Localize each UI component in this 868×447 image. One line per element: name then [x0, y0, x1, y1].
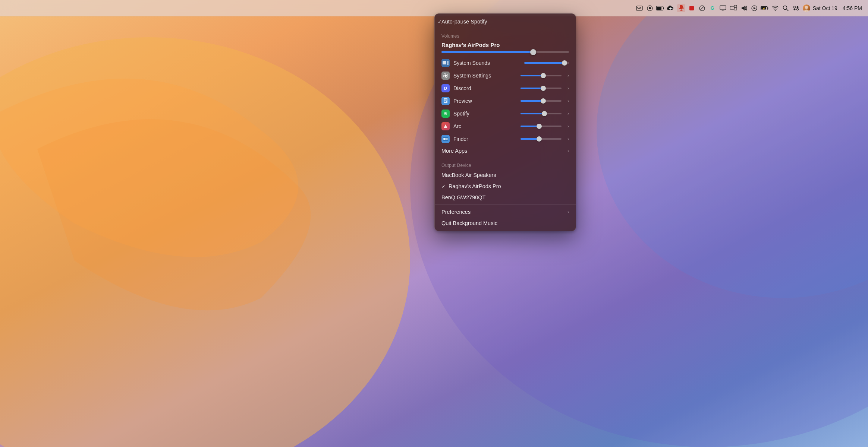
wallpaper: [0, 0, 868, 447]
menubar-date: Sat Oct 19: [813, 5, 837, 11]
svg-point-38: [796, 6, 798, 8]
microphone-icon[interactable]: [677, 4, 685, 12]
display-icon[interactable]: [719, 4, 727, 12]
search-icon[interactable]: [781, 4, 790, 12]
system-settings-label: System Settings: [453, 73, 517, 79]
svg-point-10: [649, 7, 651, 9]
svg-rect-45: [447, 61, 449, 63]
main-volume-slider[interactable]: [441, 51, 569, 53]
svg-rect-32: [767, 7, 768, 9]
app-row-spotify[interactable]: Spotify ›: [435, 107, 576, 120]
svg-line-36: [786, 9, 788, 11]
svg-rect-50: [444, 99, 447, 100]
output-device-section-label: Output Device: [435, 160, 576, 169]
keyboard-icon[interactable]: [635, 4, 644, 12]
svg-rect-51: [444, 101, 447, 101]
app-row-finder[interactable]: Finder ›: [435, 133, 576, 145]
svg-rect-13: [663, 7, 664, 9]
preferences-chevron: ›: [567, 209, 569, 215]
preferences-item[interactable]: Preferences ›: [435, 206, 576, 218]
app-row-preview[interactable]: Preview ›: [435, 95, 576, 107]
preview-thumb[interactable]: [541, 98, 546, 104]
controlcenter-icon[interactable]: [792, 4, 800, 12]
volume-icon[interactable]: [740, 4, 748, 12]
svg-rect-26: [734, 5, 737, 7]
svg-point-43: [804, 9, 809, 12]
more-apps-chevron: ›: [567, 148, 569, 153]
discord-label: Discord: [453, 85, 517, 91]
output-macbook[interactable]: MacBook Air Speakers: [435, 169, 576, 181]
app-row-system-sounds[interactable]: System Sounds: [435, 57, 576, 69]
svg-point-55: [443, 138, 446, 140]
svg-rect-46: [447, 63, 449, 65]
multiscreen-icon[interactable]: [729, 4, 738, 12]
spotify-label: Spotify: [453, 111, 517, 117]
finder-thumb[interactable]: [537, 136, 542, 142]
svg-rect-4: [636, 6, 642, 10]
system-settings-thumb[interactable]: [541, 73, 546, 78]
output-airpods-label: Raghav's AirPods Pro: [449, 183, 501, 189]
more-apps-item[interactable]: More Apps ›: [435, 145, 576, 156]
system-settings-chevron: ›: [567, 73, 569, 78]
svg-point-42: [805, 6, 808, 9]
screenrecord-icon[interactable]: [646, 4, 654, 12]
main-slider-thumb[interactable]: [530, 49, 536, 55]
menubar-time: 4:56 PM: [843, 5, 862, 11]
discord-chevron: ›: [567, 86, 569, 91]
menubar: G: [0, 0, 868, 16]
more-apps-label: More Apps: [441, 148, 467, 154]
system-settings-icon: [441, 72, 450, 80]
play-icon[interactable]: [750, 4, 758, 12]
arc-label: Arc: [453, 123, 517, 129]
battery-icon[interactable]: [656, 4, 664, 12]
arc-chevron: ›: [567, 124, 569, 129]
preview-chevron: ›: [567, 98, 569, 104]
app-row-system-settings[interactable]: System Settings ›: [435, 69, 576, 82]
discord-thumb[interactable]: [541, 86, 546, 91]
svg-point-37: [793, 6, 795, 8]
svg-rect-7: [640, 7, 641, 7]
svg-rect-27: [734, 8, 737, 10]
record-icon[interactable]: [688, 4, 696, 12]
svg-text:⚡: ⚡: [762, 7, 765, 10]
battery2-icon[interactable]: ⚡: [761, 4, 769, 12]
svg-rect-52: [444, 101, 446, 102]
auto-pause-label: Auto-pause Spotify: [441, 19, 487, 25]
preferences-label: Preferences: [441, 209, 471, 215]
spotify-thumb[interactable]: [542, 111, 547, 116]
auto-pause-item[interactable]: Auto-pause Spotify: [435, 16, 576, 27]
svg-rect-44: [443, 61, 446, 64]
app-row-discord[interactable]: D Discord ›: [435, 82, 576, 95]
discord-icon: D: [441, 84, 450, 92]
svg-rect-8: [638, 8, 641, 9]
svg-line-21: [700, 6, 704, 10]
finder-chevron: ›: [567, 136, 569, 142]
separator-1: [435, 29, 576, 29]
preview-label: Preview: [453, 98, 517, 104]
output-benq[interactable]: BenQ GW2790QT: [435, 192, 576, 203]
system-sounds-thumb[interactable]: [562, 60, 567, 66]
separator-3: [435, 205, 576, 205]
avatar-icon[interactable]: [802, 4, 811, 12]
output-airpods[interactable]: Raghav's AirPods Pro: [435, 181, 576, 192]
svg-marker-29: [754, 7, 756, 9]
dropdown-menu: Auto-pause Spotify Volumes Raghav's AirP…: [434, 13, 576, 231]
svg-rect-12: [657, 7, 661, 10]
cloud-icon[interactable]: [667, 4, 675, 12]
svg-point-47: [444, 74, 447, 77]
wifi-icon[interactable]: [771, 4, 779, 12]
arc-thumb[interactable]: [537, 124, 542, 129]
volumes-section-label: Volumes: [435, 31, 576, 40]
svg-rect-25: [730, 6, 734, 9]
app-row-arc[interactable]: Arc ›: [435, 120, 576, 133]
svg-rect-5: [637, 7, 638, 7]
main-volume-section: Raghav's AirPods Pro: [435, 40, 576, 57]
do-not-disturb-icon[interactable]: [698, 4, 706, 12]
spotify-chevron: ›: [567, 111, 569, 116]
spotify-icon: [441, 110, 450, 118]
svg-rect-6: [639, 7, 639, 7]
system-sounds-label: System Sounds: [453, 60, 521, 66]
quit-item[interactable]: Quit Background Music: [435, 218, 576, 229]
grammarly-icon[interactable]: G: [708, 4, 717, 12]
main-device-name: Raghav's AirPods Pro: [441, 42, 569, 48]
